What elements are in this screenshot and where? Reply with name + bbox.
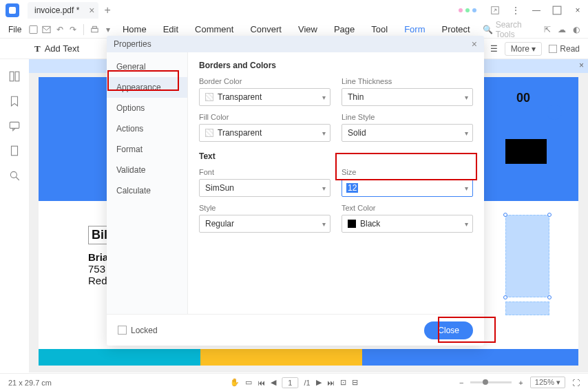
dialog-tabs: General Appearance Options Actions Forma… <box>107 52 188 314</box>
app-icon[interactable] <box>6 3 19 17</box>
dialog-close-icon[interactable]: × <box>472 39 477 50</box>
line-style-select[interactable]: Solid▾ <box>342 124 473 142</box>
style-select[interactable]: Regular▾ <box>199 215 330 233</box>
menu-form[interactable]: Form <box>397 24 432 34</box>
svg-rect-5 <box>93 26 97 28</box>
style-label: Style <box>199 204 330 212</box>
size-input[interactable]: 12▾ <box>342 179 473 197</box>
download-badge-icon[interactable] <box>547 105 562 120</box>
tab-add-icon[interactable]: + <box>104 4 110 17</box>
attachments-icon[interactable] <box>8 145 21 157</box>
zoom-out-icon[interactable]: − <box>459 379 463 387</box>
document-tab[interactable]: invoice.pdf * × <box>28 2 98 19</box>
chevron-down-icon[interactable]: ▾ <box>103 23 113 36</box>
add-text-tool[interactable]: T Add Text <box>34 43 79 54</box>
read-checkbox[interactable]: Read <box>549 44 580 54</box>
zoom-slider[interactable] <box>470 381 512 383</box>
svg-rect-2 <box>30 25 37 33</box>
select-tool-icon[interactable]: ▭ <box>245 378 252 387</box>
svg-rect-3 <box>43 26 50 32</box>
svg-rect-9 <box>12 146 18 156</box>
chevron-down-icon: ▾ <box>465 129 468 137</box>
print-icon[interactable] <box>90 23 100 36</box>
save-icon[interactable] <box>28 23 39 36</box>
svg-rect-1 <box>553 6 561 14</box>
undo-icon[interactable]: ↶ <box>54 23 65 36</box>
svg-rect-4 <box>92 28 98 32</box>
chevron-down-icon: ▾ <box>322 220 326 228</box>
chevron-down-icon: ▾ <box>322 129 326 137</box>
tab-appearance[interactable]: Appearance <box>107 77 187 98</box>
fill-color-label: Fill Color <box>199 113 330 121</box>
menu-home[interactable]: Home <box>116 24 154 34</box>
tab-general[interactable]: General <box>107 56 187 77</box>
fill-color-select[interactable]: Transparent▾ <box>199 124 330 142</box>
dialog-title: Properties <box>114 39 151 49</box>
feedback-icon[interactable]: ◐ <box>573 25 580 34</box>
fit-page-icon[interactable]: ⊟ <box>352 378 358 387</box>
comments-icon[interactable] <box>8 120 21 132</box>
menu-comment[interactable]: Comment <box>188 24 240 34</box>
page-dimensions: 21 x 29.7 cm <box>8 379 52 387</box>
fullscreen-icon[interactable]: ⛶ <box>572 379 580 387</box>
page-total: /1 <box>304 379 310 387</box>
prev-page-icon[interactable]: ◀ <box>271 378 276 387</box>
search-tools[interactable]: 🔍 Search Tools <box>483 20 533 39</box>
text-color-select[interactable]: Black▾ <box>342 215 473 233</box>
border-color-select[interactable]: Transparent▾ <box>199 88 330 106</box>
chevron-down-icon: ▾ <box>465 184 468 192</box>
share-icon[interactable] <box>490 6 500 15</box>
svg-rect-6 <box>10 72 14 81</box>
titlebar: invoice.pdf * × + ⋮ — × <box>0 0 588 21</box>
font-label: Font <box>199 168 330 176</box>
close-button[interactable]: Close <box>424 321 473 339</box>
hamburger-icon[interactable]: ☰ <box>490 44 498 54</box>
tab-options[interactable]: Options <box>107 98 187 118</box>
hand-tool-icon[interactable]: ✋ <box>230 378 240 387</box>
file-menu[interactable]: File <box>8 25 21 34</box>
tab-format[interactable]: Format <box>107 139 187 160</box>
banner-close-icon[interactable]: × <box>579 61 584 70</box>
share2-icon[interactable]: ⇱ <box>544 25 551 34</box>
menu-convert[interactable]: Convert <box>243 24 288 34</box>
minimize-icon[interactable]: — <box>532 6 541 15</box>
fit-width-icon[interactable]: ⊡ <box>340 378 346 387</box>
menu-edit[interactable]: Edit <box>156 24 185 34</box>
cloud-icon[interactable]: ☁ <box>558 25 566 34</box>
mail-icon[interactable] <box>41 23 52 36</box>
locked-checkbox[interactable]: Locked <box>118 326 158 335</box>
theme-dots[interactable] <box>459 8 476 12</box>
first-page-icon[interactable]: ⏮ <box>258 379 265 387</box>
chevron-down-icon: ▾ <box>322 94 326 101</box>
menu-page[interactable]: Page <box>327 24 361 34</box>
search-icon[interactable] <box>8 169 21 182</box>
tab-actions[interactable]: Actions <box>107 118 187 139</box>
maximize-icon[interactable] <box>552 6 562 15</box>
bookmarks-icon[interactable] <box>8 95 21 107</box>
next-page-icon[interactable]: ▶ <box>316 378 322 387</box>
menu-tool[interactable]: Tool <box>364 24 395 34</box>
menu-view[interactable]: View <box>291 24 324 34</box>
selected-form-field[interactable] <box>505 215 549 297</box>
thumbnails-icon[interactable] <box>8 70 21 83</box>
dialog-footer: Locked Close <box>107 314 484 346</box>
invoice-number: 00 <box>516 91 530 105</box>
svg-rect-8 <box>10 122 19 128</box>
more-dropdown[interactable]: More ▾ <box>505 42 543 56</box>
line-thickness-select[interactable]: Thin▾ <box>342 88 473 106</box>
tab-calculate[interactable]: Calculate <box>107 180 187 201</box>
page-number-input[interactable]: 1 <box>282 377 298 388</box>
font-select[interactable]: SimSun▾ <box>199 179 330 197</box>
last-page-icon[interactable]: ⏭ <box>327 379 335 387</box>
menu-dots-icon[interactable]: ⋮ <box>511 6 521 15</box>
zoom-percent[interactable]: 125% ▾ <box>530 377 565 388</box>
tab-close-icon[interactable]: × <box>89 5 94 16</box>
form-field-extension[interactable] <box>505 302 549 315</box>
dialog-titlebar[interactable]: Properties × <box>107 36 484 52</box>
line-thickness-label: Line Thickness <box>342 77 473 85</box>
close-icon[interactable]: × <box>573 6 582 15</box>
zoom-in-icon[interactable]: + <box>518 379 523 387</box>
redo-icon[interactable]: ↷ <box>67 23 78 36</box>
tab-validate[interactable]: Validate <box>107 160 187 180</box>
menu-protect[interactable]: Protect <box>435 24 477 34</box>
